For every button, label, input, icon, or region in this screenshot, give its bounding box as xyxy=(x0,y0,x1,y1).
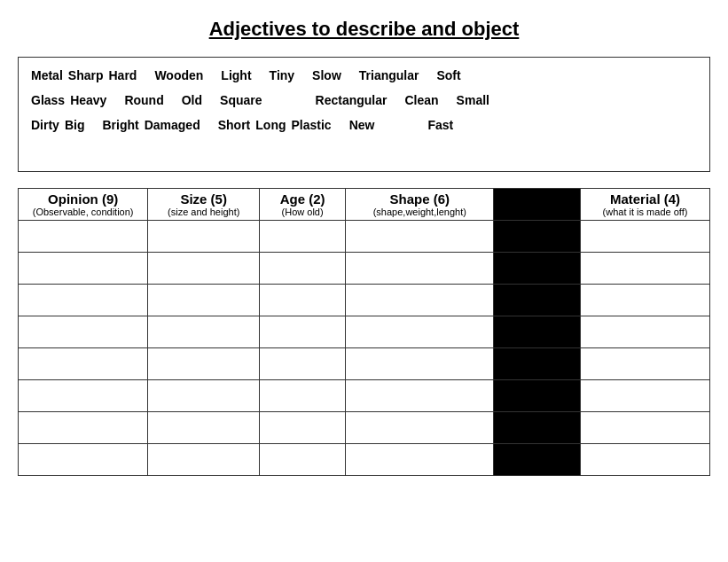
table-cell-r7-c3 xyxy=(346,444,494,476)
table-cell-r5-c4 xyxy=(494,380,581,412)
table-cell-r1-c1 xyxy=(148,253,260,285)
table-cell-r4-c2 xyxy=(260,348,346,380)
table-cell-r7-c2 xyxy=(260,444,346,476)
adjectives-box: Metal Sharp Hard Wooden Light Tiny Slow … xyxy=(18,57,710,172)
adj-round: Round xyxy=(124,93,163,107)
table-row xyxy=(19,253,710,285)
table-header-row: Opinion (9) (Observable, condition) Size… xyxy=(19,189,710,221)
table-cell-r6-c4 xyxy=(494,412,581,444)
adj-wooden: Wooden xyxy=(154,68,203,82)
table-cell-r0-c3 xyxy=(346,221,494,253)
table-row xyxy=(19,380,710,412)
table-cell-r4-c3 xyxy=(346,348,494,380)
table-cell-r5-c2 xyxy=(260,380,346,412)
table-cell-r5-c3 xyxy=(346,380,494,412)
table-cell-r2-c2 xyxy=(260,285,346,316)
adj-big: Big xyxy=(65,118,85,132)
col-shape-label: Shape (6) xyxy=(349,191,489,207)
adj-square: Square xyxy=(220,93,262,107)
adjectives-row-3: Dirty Big Bright Damaged Short Long Plas… xyxy=(31,118,697,132)
adj-dirty: Dirty xyxy=(31,118,59,132)
table-cell-r6-c1 xyxy=(148,412,260,444)
adj-fast: Fast xyxy=(427,118,453,132)
table-row xyxy=(19,221,710,253)
col-header-color: Color xyxy=(494,189,581,221)
table-cell-r4-c0 xyxy=(19,348,148,380)
col-shape-sub: (shape,weight,lenght) xyxy=(349,207,489,217)
table-cell-r7-c1 xyxy=(148,444,260,476)
col-age-sub: (How old) xyxy=(263,207,341,217)
adj-old: Old xyxy=(182,93,202,107)
adj-small: Small xyxy=(457,93,489,107)
adj-tiny: Tiny xyxy=(270,68,295,82)
table-row xyxy=(19,444,710,476)
table-row xyxy=(19,285,710,316)
table-cell-r0-c5 xyxy=(580,221,709,253)
table-cell-r2-c1 xyxy=(148,285,260,316)
table-cell-r4-c1 xyxy=(148,348,260,380)
page-title: Adjectives to describe and object xyxy=(18,18,710,41)
col-color-label: Color xyxy=(497,197,576,212)
table-cell-r2-c0 xyxy=(19,285,148,316)
table-cell-r0-c2 xyxy=(260,221,346,253)
col-material-sub: (what it is made off) xyxy=(584,207,706,217)
table-cell-r6-c0 xyxy=(19,412,148,444)
col-header-material: Material (4) (what it is made off) xyxy=(580,189,709,221)
table-row xyxy=(19,348,710,380)
adj-damaged: Damaged xyxy=(145,118,200,132)
adj-heavy: Heavy xyxy=(70,93,106,107)
table-cell-r3-c4 xyxy=(494,316,581,348)
table-cell-r3-c0 xyxy=(19,316,148,348)
col-header-age: Age (2) (How old) xyxy=(260,189,346,221)
table-cell-r7-c4 xyxy=(494,444,581,476)
adj-soft: Soft xyxy=(436,68,460,82)
table-cell-r1-c3 xyxy=(346,253,494,285)
table-cell-r5-c1 xyxy=(148,380,260,412)
table-row xyxy=(19,316,710,348)
table-cell-r5-c5 xyxy=(580,380,709,412)
adjectives-table: Opinion (9) (Observable, condition) Size… xyxy=(18,188,710,476)
adj-clean: Clean xyxy=(404,93,438,107)
adjectives-row-2: Glass Heavy Round Old Square Rectangular… xyxy=(31,93,697,107)
table-cell-r6-c3 xyxy=(346,412,494,444)
adj-rectangular: Rectangular xyxy=(316,93,387,107)
table-cell-r6-c2 xyxy=(260,412,346,444)
col-header-size: Size (5) (size and height) xyxy=(148,189,260,221)
col-age-label: Age (2) xyxy=(263,191,341,207)
adj-short: Short xyxy=(218,118,251,132)
col-header-shape: Shape (6) (shape,weight,lenght) xyxy=(346,189,494,221)
table-cell-r3-c1 xyxy=(148,316,260,348)
table-cell-r6-c5 xyxy=(580,412,709,444)
table-cell-r2-c4 xyxy=(494,285,581,316)
table-cell-r3-c2 xyxy=(260,316,346,348)
adj-hard: Hard xyxy=(108,68,137,82)
table-cell-r4-c4 xyxy=(494,348,581,380)
table-cell-r1-c5 xyxy=(580,253,709,285)
table-cell-r5-c0 xyxy=(19,380,148,412)
adj-slow: Slow xyxy=(312,68,341,82)
table-cell-r3-c3 xyxy=(346,316,494,348)
table-cell-r3-c5 xyxy=(580,316,709,348)
table-cell-r7-c0 xyxy=(19,444,148,476)
table-cell-r1-c4 xyxy=(494,253,581,285)
table-cell-r1-c0 xyxy=(19,253,148,285)
adjectives-row-1: Metal Sharp Hard Wooden Light Tiny Slow … xyxy=(31,68,697,82)
col-opinion-sub: (Observable, condition) xyxy=(22,207,144,217)
adj-glass: Glass xyxy=(31,93,65,107)
adj-sharp: Sharp xyxy=(68,68,104,82)
adj-metal: Metal xyxy=(31,68,63,82)
table-cell-r0-c1 xyxy=(148,221,260,253)
adj-new: New xyxy=(349,118,375,132)
table-cell-r1-c2 xyxy=(260,253,346,285)
table-cell-r0-c4 xyxy=(494,221,581,253)
col-size-sub: (size and height) xyxy=(152,207,255,217)
table-row xyxy=(19,412,710,444)
col-material-label: Material (4) xyxy=(584,191,706,207)
adj-bright: Bright xyxy=(102,118,138,132)
col-opinion-label: Opinion (9) xyxy=(22,191,144,207)
col-header-opinion: Opinion (9) (Observable, condition) xyxy=(19,189,148,221)
table-cell-r2-c5 xyxy=(580,285,709,316)
adj-plastic: Plastic xyxy=(292,118,332,132)
adj-light: Light xyxy=(221,68,251,82)
adj-long: Long xyxy=(255,118,286,132)
